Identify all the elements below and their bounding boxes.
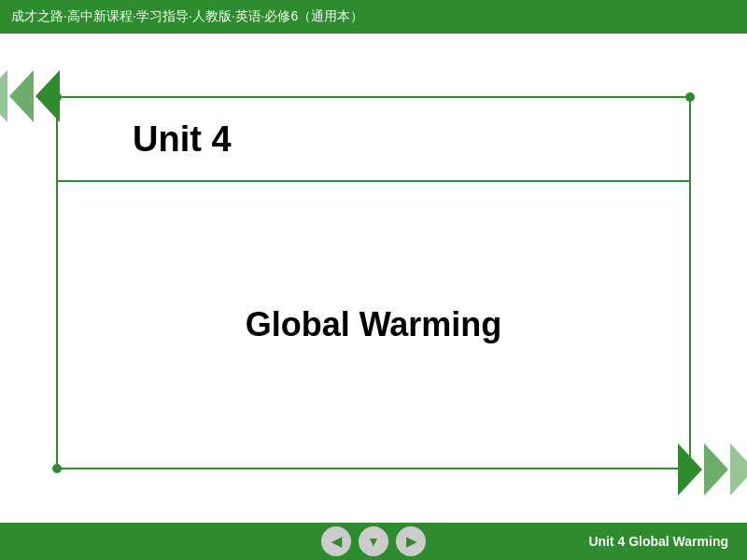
footer-bar: ◀ ▼ ▶ Unit 4 Global Warming (0, 523, 747, 560)
footer-text: Unit 4 Global Warming (588, 534, 728, 549)
next-button[interactable]: ▶ (396, 526, 426, 556)
subtitle-area: Global Warming (58, 182, 689, 468)
content-card: Unit 4 Global Warming (56, 96, 691, 469)
chevron-left-2 (9, 70, 34, 122)
chevron-right-3 (730, 443, 747, 496)
prev-button[interactable]: ◀ (321, 526, 351, 556)
subtitle: Global Warming (246, 305, 502, 344)
down-button[interactable]: ▼ (359, 526, 388, 556)
header-title: 成才之路·高中新课程·学习指导·人教版·英语·必修6（通用本） (11, 8, 363, 25)
header-bar: 成才之路·高中新课程·学习指导·人教版·英语·必修6（通用本） (0, 0, 747, 34)
unit-title: Unit 4 (133, 119, 232, 160)
unit-title-area: Unit 4 (58, 98, 689, 182)
chevron-left-3 (35, 70, 60, 122)
left-chevrons (0, 70, 60, 122)
main-content: Unit 4 Global Warming (0, 34, 747, 523)
nav-buttons: ◀ ▼ ▶ (321, 526, 426, 556)
chevron-right-2 (704, 443, 728, 496)
chevron-left-1 (0, 70, 7, 122)
